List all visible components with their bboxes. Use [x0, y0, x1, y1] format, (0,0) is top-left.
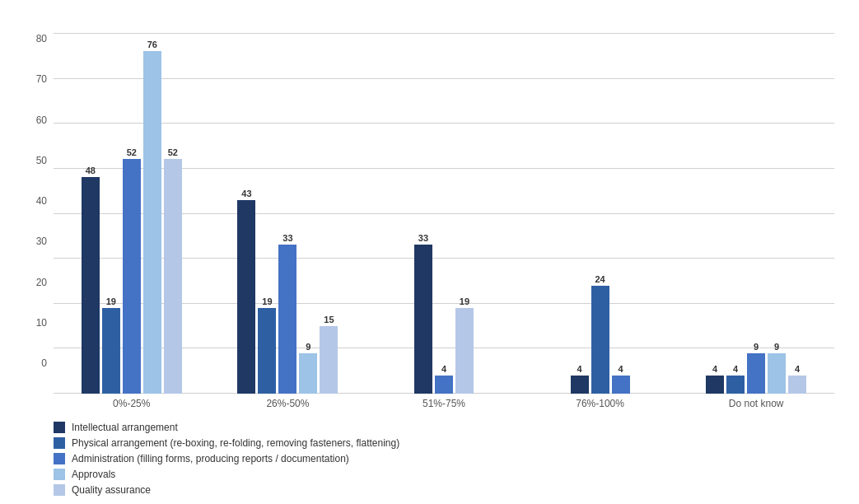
- bar-wrap: 24: [591, 33, 609, 394]
- x-axis-label: 26%-50%: [210, 398, 366, 409]
- bar-group: 33419: [366, 33, 522, 394]
- bar-value-label: 4: [795, 364, 800, 374]
- bar-wrap: 4: [435, 33, 453, 394]
- bar-value-label: 4: [733, 364, 738, 374]
- bar-value-label: 4: [712, 364, 717, 374]
- bar-wrap: 15: [320, 33, 338, 394]
- x-axis-label: 0%-25%: [54, 398, 210, 409]
- bar-value-label: 76: [147, 40, 157, 49]
- bar: [706, 376, 724, 394]
- bar-value-label: 19: [106, 296, 116, 306]
- bar-wrap: 52: [123, 33, 141, 394]
- bar-wrap: 4: [726, 33, 745, 394]
- bar-wrap: 76: [143, 33, 161, 394]
- bar-group: 4244: [522, 33, 679, 394]
- bar-value-label: 24: [595, 274, 605, 284]
- bar-value-label: 4: [441, 364, 446, 374]
- bar: [726, 376, 745, 394]
- bar-group: 431933915: [210, 33, 366, 394]
- bar-value-label: 9: [754, 342, 759, 352]
- legend-label: Administration (filling forms, producing…: [72, 453, 349, 464]
- y-tick: 80: [36, 33, 47, 44]
- bar-wrap: 19: [258, 33, 276, 394]
- x-axis-label: Do not know: [678, 398, 834, 409]
- bar-group: 44994: [678, 33, 834, 394]
- legend-label: Quality assurance: [72, 484, 151, 496]
- bar-wrap: 33: [414, 33, 432, 394]
- legend-label: Physical arrangement (re-boxing, re-fold…: [72, 437, 399, 449]
- legend-item: Intellectual arrangement: [54, 422, 834, 433]
- y-tick: 10: [36, 317, 47, 329]
- bar-value-label: 19: [262, 296, 272, 306]
- x-axis: 0%-25%26%-50%51%-75%76%-100%Do not know: [25, 394, 834, 409]
- bar-wrap: 52: [164, 33, 182, 394]
- bar: [143, 51, 161, 394]
- bar: [164, 159, 182, 394]
- bar-value-label: 52: [168, 147, 178, 157]
- y-tick: 60: [36, 114, 47, 126]
- bar: [414, 245, 432, 394]
- bar-value-label: 48: [86, 166, 96, 175]
- bar: [768, 353, 786, 394]
- bar: [102, 308, 120, 394]
- bar: [571, 376, 589, 394]
- bar-value-label: 4: [619, 364, 623, 374]
- bar: [278, 245, 296, 394]
- legend: Intellectual arrangementPhysical arrange…: [25, 422, 834, 496]
- bar: [320, 326, 338, 394]
- bar-value-label: 33: [282, 233, 292, 243]
- y-tick: 50: [36, 155, 47, 166]
- bar-wrap: 19: [102, 33, 120, 394]
- legend-item: Quality assurance: [54, 484, 834, 496]
- bars-row: 481952765243193391533419424444994: [54, 33, 834, 394]
- bar-wrap: 19: [455, 33, 474, 394]
- legend-item: Physical arrangement (re-boxing, re-fold…: [54, 437, 834, 449]
- bar-value-label: 43: [241, 189, 251, 198]
- bar: [591, 286, 609, 394]
- bar-value-label: 52: [127, 147, 137, 157]
- legend-swatch: [54, 484, 65, 496]
- legend-swatch: [54, 469, 65, 480]
- legend-swatch: [54, 453, 65, 464]
- y-tick: 40: [36, 195, 47, 207]
- bar: [237, 200, 255, 394]
- plot-area: 481952765243193391533419424444994: [54, 33, 834, 394]
- bar-wrap: 48: [82, 33, 100, 394]
- bar-group: 4819527652: [54, 33, 210, 394]
- legend-swatch: [54, 437, 65, 449]
- bar-wrap: 4: [571, 33, 589, 394]
- y-axis: 80706050403020100: [25, 33, 54, 394]
- legend-swatch: [54, 422, 65, 433]
- legend-item: Administration (filling forms, producing…: [54, 453, 834, 464]
- bar-value-label: 9: [774, 342, 779, 352]
- bar-value-label: 4: [577, 364, 582, 374]
- bar: [123, 159, 141, 394]
- bar-wrap: 4: [788, 33, 806, 394]
- bar: [299, 353, 317, 394]
- bar-value-label: 15: [324, 315, 334, 324]
- bar-wrap: 4: [612, 33, 630, 394]
- bar: [747, 353, 765, 394]
- y-tick: 20: [36, 277, 47, 288]
- y-tick: 70: [36, 73, 47, 85]
- x-axis-label: 51%-75%: [366, 398, 522, 409]
- bar: [82, 177, 100, 394]
- bar-value-label: 33: [418, 233, 428, 243]
- bar: [612, 376, 630, 394]
- bar-wrap: 9: [747, 33, 765, 394]
- bar: [455, 308, 474, 394]
- bar-wrap: 33: [278, 33, 296, 394]
- x-axis-label: 76%-100%: [522, 398, 679, 409]
- bar-value-label: 9: [306, 342, 310, 352]
- bar-wrap: 4: [706, 33, 724, 394]
- bar: [788, 376, 806, 394]
- grid-and-bars: 481952765243193391533419424444994: [54, 33, 834, 394]
- bar: [258, 308, 276, 394]
- bar-wrap: 9: [299, 33, 317, 394]
- legend-item: Approvals: [54, 469, 834, 480]
- y-tick: 0: [41, 357, 47, 369]
- y-tick: 30: [36, 236, 47, 247]
- bar-wrap: 43: [237, 33, 255, 394]
- legend-label: Approvals: [72, 469, 115, 480]
- bar-wrap: 9: [768, 33, 786, 394]
